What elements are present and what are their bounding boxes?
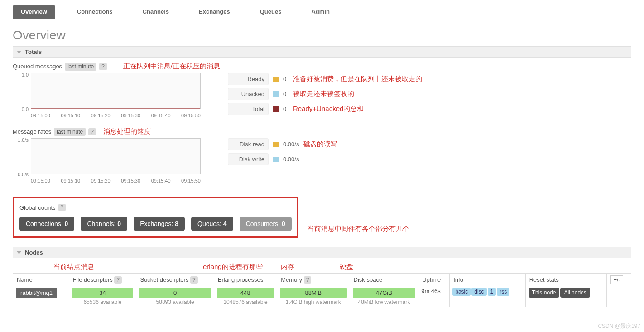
th-fd: File descriptors ? bbox=[69, 274, 136, 286]
nodes-annot-1: 当前结点消息 bbox=[53, 263, 94, 271]
rates-annotation: 消息处理的速度 bbox=[103, 127, 151, 136]
swatch-icon bbox=[273, 91, 279, 97]
queued-annotation: 正在队列中消息/正在积压的消息 bbox=[123, 62, 220, 71]
x-tick: 09:15:20 bbox=[91, 178, 111, 183]
x-tick: 09:15:40 bbox=[151, 178, 171, 183]
y-min: 0.0/s bbox=[13, 172, 29, 177]
fd-bar: 34 bbox=[72, 288, 134, 298]
rates-chart: 1.0/s 0.0/s 09:15:00 09:15:10 09:15:20 0… bbox=[13, 138, 201, 183]
queued-title: Queued messages bbox=[13, 63, 62, 70]
legend-unacked[interactable]: Unacked bbox=[228, 88, 269, 100]
th-pm: +/- bbox=[607, 274, 631, 286]
mem-help[interactable]: ? bbox=[304, 276, 312, 284]
legend-ready[interactable]: Ready bbox=[228, 73, 269, 85]
columns-toggle[interactable]: +/- bbox=[610, 275, 623, 284]
legend-disk-write[interactable]: Disk write bbox=[228, 153, 269, 165]
x-tick: 09:15:50 bbox=[181, 113, 201, 118]
swatch-icon bbox=[273, 157, 279, 162]
rates-range[interactable]: last minute bbox=[54, 128, 86, 136]
section-nodes-label: Nodes bbox=[25, 249, 43, 256]
table-row: rabbit@mq1 3465536 available 058893 avai… bbox=[13, 286, 631, 307]
count-consumers[interactable]: Consumers: 0 bbox=[240, 217, 292, 231]
th-name: Name bbox=[13, 274, 69, 286]
rates-legend: Disk read 0.00/s 磁盘的读写 Disk write 0.00/s bbox=[228, 138, 463, 168]
y-max: 1.0 bbox=[13, 72, 29, 77]
legend-unacked-value: 0 bbox=[283, 91, 288, 97]
info-disc[interactable]: disc bbox=[471, 288, 486, 296]
nodes-table: Name File descriptors ? Socket descripto… bbox=[13, 273, 631, 307]
tab-admin[interactable]: Admin bbox=[303, 5, 337, 19]
legend-unacked-annot: 被取走还未被签收的 bbox=[293, 90, 354, 98]
sd-bar: 0 bbox=[139, 288, 211, 298]
queued-help[interactable]: ? bbox=[99, 63, 107, 70]
global-help[interactable]: ? bbox=[58, 204, 66, 211]
x-tick: 09:15:00 bbox=[31, 113, 50, 118]
disk-bar: 47GiB bbox=[353, 288, 416, 298]
collapse-icon bbox=[17, 51, 21, 53]
section-nodes[interactable]: Nodes bbox=[13, 247, 631, 258]
x-tick: 09:15:50 bbox=[181, 178, 201, 183]
th-reset: Reset stats bbox=[525, 274, 606, 286]
legend-total[interactable]: Total bbox=[228, 103, 269, 115]
tab-overview[interactable]: Overview bbox=[13, 5, 55, 19]
nodes-annot-3: 内存 bbox=[281, 263, 294, 271]
disk-sub: 48MiB low watermark bbox=[353, 298, 416, 305]
info-basic[interactable]: basic bbox=[452, 288, 471, 296]
swatch-icon bbox=[273, 142, 279, 147]
sd-sub: 58893 available bbox=[139, 298, 211, 305]
th-uptime: Uptime bbox=[418, 274, 450, 286]
reset-this-node[interactable]: This node bbox=[529, 288, 560, 298]
mem-bar: 88MiB bbox=[280, 288, 346, 298]
x-tick: 09:15:10 bbox=[61, 113, 80, 118]
info-rss[interactable]: rss bbox=[497, 288, 509, 296]
count-connections[interactable]: Connections: 0 bbox=[19, 217, 74, 231]
sd-help[interactable]: ? bbox=[190, 276, 198, 284]
legend-disk-read[interactable]: Disk read bbox=[228, 138, 269, 150]
ep-sub: 1048576 available bbox=[217, 298, 274, 305]
rates-help[interactable]: ? bbox=[88, 128, 96, 135]
th-ep: Erlang processes bbox=[214, 274, 277, 286]
queued-range[interactable]: last minute bbox=[65, 63, 96, 71]
th-disk: Disk space bbox=[350, 274, 418, 286]
nodes-annot-4: 硬盘 bbox=[340, 263, 353, 271]
fd-sub: 65536 available bbox=[72, 298, 134, 305]
rates-title: Message rates bbox=[13, 128, 51, 135]
legend-ready-value: 0 bbox=[283, 76, 288, 82]
tab-queues[interactable]: Queues bbox=[252, 5, 290, 19]
th-info: Info bbox=[450, 274, 525, 286]
reset-all-nodes[interactable]: All nodes bbox=[560, 288, 590, 298]
y-max: 1.0/s bbox=[13, 137, 29, 143]
count-queues[interactable]: Queues: 4 bbox=[191, 217, 233, 231]
legend-disk-write-value: 0.00/s bbox=[283, 156, 299, 163]
global-annot: 当前消息中间件有各个部分有几个 bbox=[308, 225, 409, 233]
section-totals-label: Totals bbox=[25, 48, 42, 55]
tab-connections[interactable]: Connections bbox=[69, 5, 121, 19]
node-name[interactable]: rabbit@mq1 bbox=[16, 288, 57, 298]
x-tick: 09:15:30 bbox=[121, 178, 140, 183]
nodes-annot-2: erlang的进程有那些 bbox=[203, 263, 263, 271]
tab-channels[interactable]: Channels bbox=[135, 5, 178, 19]
th-sd: Socket descriptors ? bbox=[136, 274, 214, 286]
fd-help[interactable]: ? bbox=[114, 276, 122, 284]
count-exchanges[interactable]: Exchanges: 8 bbox=[134, 217, 185, 231]
tab-exchanges[interactable]: Exchanges bbox=[191, 5, 238, 19]
legend-total-value: 0 bbox=[283, 106, 288, 112]
x-tick: 09:15:20 bbox=[91, 113, 111, 118]
legend-ready-annot: 准备好被消费，但是在队列中还未被取走的 bbox=[293, 75, 422, 83]
x-tick: 09:15:10 bbox=[61, 178, 80, 183]
count-channels[interactable]: Channels: 0 bbox=[81, 217, 127, 231]
info-1[interactable]: 1 bbox=[488, 288, 496, 296]
x-tick: 09:15:00 bbox=[31, 178, 50, 183]
th-mem: Memory ? bbox=[277, 274, 350, 286]
swatch-icon bbox=[273, 77, 279, 82]
legend-disk-read-value: 0.00/s bbox=[283, 141, 299, 148]
x-tick: 09:15:30 bbox=[121, 113, 140, 118]
legend-disk-read-annot: 磁盘的读写 bbox=[303, 140, 337, 149]
global-counts-box: Global counts ? Connections: 0 Channels:… bbox=[13, 197, 298, 238]
section-totals[interactable]: Totals bbox=[13, 46, 631, 58]
queued-legend: Ready 0 准备好被消费，但是在队列中还未被取走的 Unacked 0 被取… bbox=[228, 73, 463, 118]
y-min: 0.0 bbox=[13, 106, 29, 112]
global-title: Global counts bbox=[19, 204, 56, 211]
queued-chart: 1.0 0.0 09:15:00 09:15:10 09:15:20 09:15… bbox=[13, 73, 201, 118]
mem-sub: 1.4GiB high watermark bbox=[280, 298, 346, 305]
